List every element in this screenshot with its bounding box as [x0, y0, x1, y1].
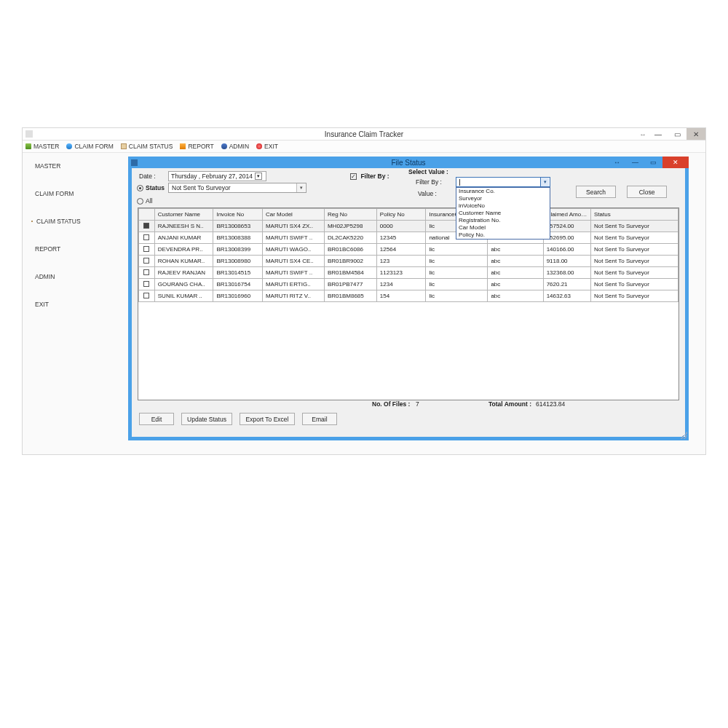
export-excel-button[interactable]: Export To Excel [240, 413, 295, 425]
cell-policy: 12345 [376, 232, 426, 244]
close-button[interactable]: ✕ [687, 128, 705, 140]
cell-status: Not Sent To Surveyor [591, 232, 678, 244]
cell-invoice: BR13016754 [213, 279, 263, 290]
cell-invoice: BR13016960 [213, 290, 263, 302]
cell-policy: 1234 [376, 279, 426, 290]
dropdown-option[interactable]: Registration No. [456, 217, 550, 224]
date-value: Thursday , February 27, 2014 [171, 173, 253, 180]
menu-claim-form[interactable]: CLAIM FORM [66, 143, 113, 150]
table-row[interactable]: RAJEEV RANJANBR13014515MARUTI SWIFT ..BR… [139, 267, 678, 279]
table-row[interactable]: SUNIL KUMAR ..BR13016960MARUTI RITZ V..B… [139, 290, 678, 302]
cell-customer: ROHAN KUMAR.. [154, 256, 213, 267]
dropdown-option[interactable]: Surveyor [456, 195, 550, 202]
cell-status: Not Sent To Surveyor [591, 267, 678, 279]
edit-button[interactable]: Edit [139, 413, 174, 425]
cell-amount: 140166.00 [543, 244, 590, 256]
admin-icon [221, 143, 227, 149]
outer-titlebar: Insurance Claim Tracker ↔ — ▭ ✕ [23, 128, 705, 141]
search-button[interactable]: Search [576, 186, 616, 198]
inner-minimize-button[interactable]: — [626, 157, 644, 168]
col-status[interactable]: Status [591, 209, 678, 221]
table-row[interactable]: DEVENDRA PR..BR13008399MARUTI WAGO..BR01… [139, 244, 678, 256]
menu-exit[interactable]: EXIT [256, 143, 278, 150]
table-row[interactable]: ANJANI KUMARBR13008388MARUTI SWIFT ..DL2… [139, 232, 678, 244]
cell-reg: BR01BR9002 [324, 256, 376, 267]
status-combo[interactable]: Not Sent To Surveyor ▾ [168, 183, 306, 193]
menu-admin[interactable]: ADMIN [221, 143, 249, 150]
outer-window: Insurance Claim Tracker ↔ — ▭ ✕ MASTER C… [22, 127, 706, 455]
row-checkbox[interactable] [143, 269, 149, 275]
sidebar-item-master[interactable]: MASTER [23, 160, 124, 172]
filter-by-checkbox[interactable]: ✓ Filter By : [350, 173, 389, 180]
cube-icon [25, 143, 31, 149]
col-select[interactable] [139, 209, 155, 221]
date-picker[interactable]: Thursday , February 27, 2014 ▾ [168, 171, 266, 181]
table-row[interactable]: GOURANG CHA..BR13016754MARUTI ERTIG..BR0… [139, 279, 678, 290]
dropdown-option[interactable]: Car Model [456, 224, 550, 232]
status-icon [31, 221, 33, 222]
resize-grip-icon[interactable] [680, 432, 687, 439]
cell-status: Not Sent To Surveyor [591, 279, 678, 290]
inner-maximize-button[interactable]: ▭ [644, 157, 662, 168]
cell-surveyor: abc [488, 267, 543, 279]
dropdown-option[interactable]: Insurance Co. [456, 188, 550, 195]
files-value: 7 [416, 400, 419, 408]
col-invoice[interactable]: Invoice No [213, 209, 263, 221]
sidebar-item-admin[interactable]: ADMIN [23, 271, 124, 282]
cell-customer: GOURANG CHA.. [154, 279, 213, 290]
col-reg[interactable]: Reg No [324, 209, 376, 221]
sidebar: MASTER CLAIM FORM CLAIM STATUS REPORT AD… [23, 153, 124, 326]
filter-panel: Date : Thursday , February 27, 2014 ▾ St… [132, 168, 685, 207]
sidebar-item-claim-form[interactable]: CLAIM FORM [23, 188, 124, 199]
table-row[interactable]: RAJNEESH S N..BR13008653MARUTI SX4 ZX..M… [139, 221, 678, 232]
row-checkbox[interactable] [143, 234, 149, 240]
menu-report[interactable]: REPORT [180, 143, 213, 150]
calendar-icon[interactable]: ▾ [255, 173, 262, 180]
row-checkbox[interactable] [143, 223, 149, 229]
exit-icon [256, 143, 262, 149]
dropdown-option[interactable]: inVoiceNo [456, 202, 550, 210]
form-icon [66, 143, 72, 149]
col-policy[interactable]: Policy No [376, 209, 426, 221]
footer-bar: Edit Update Status Export To Excel Email [132, 409, 685, 429]
status-radio[interactable]: Status [137, 184, 165, 191]
menu-master[interactable]: MASTER [25, 143, 59, 150]
all-radio[interactable]: All [137, 197, 152, 205]
outer-title: Insurance Claim Tracker [325, 130, 403, 138]
results-table-frame: Customer Name Invoice No Car Model Reg N… [138, 207, 679, 400]
cell-car: MARUTI RITZ V.. [262, 290, 324, 302]
table-row[interactable]: ROHAN KUMAR..BR13008980MARUTI SX4 CE..BR… [139, 256, 678, 267]
dropdown-option[interactable]: Customer Name [456, 210, 550, 217]
grab-handle-icon[interactable]: ↔ [637, 128, 649, 140]
filter-by-dropdown[interactable]: Insurance Co.SurveyorinVoiceNoCustomer N… [456, 187, 550, 240]
col-car[interactable]: Car Model [262, 209, 324, 221]
inner-close-button[interactable]: ✕ [662, 157, 689, 168]
email-button[interactable]: Email [302, 413, 337, 425]
row-checkbox[interactable] [143, 281, 149, 287]
dropdown-option[interactable]: Policy No. [456, 232, 550, 239]
table-header-row: Customer Name Invoice No Car Model Reg N… [139, 209, 678, 221]
cell-surveyor: abc [488, 290, 543, 302]
col-customer[interactable]: Customer Name [154, 209, 213, 221]
cell-invoice: BR13008653 [213, 221, 263, 232]
select-value-label: Select Value : [408, 168, 448, 175]
cell-customer: SUNIL KUMAR .. [154, 290, 213, 302]
row-checkbox[interactable] [143, 246, 149, 252]
sidebar-item-report[interactable]: REPORT [23, 243, 124, 255]
cell-invoice: BR13008399 [213, 244, 263, 256]
maximize-button[interactable]: ▭ [668, 128, 687, 140]
filter-by-combo[interactable]: ▾ [456, 177, 550, 187]
inner-titlebar: File Status ↔ — ▭ ✕ [128, 157, 689, 168]
close-button[interactable]: Close [627, 186, 667, 198]
minimize-button[interactable]: — [649, 128, 668, 140]
row-checkbox[interactable] [143, 258, 149, 264]
inner-grab-icon[interactable]: ↔ [608, 157, 626, 168]
cell-car: MARUTI SWIFT .. [262, 267, 324, 279]
sidebar-item-exit[interactable]: EXIT [23, 298, 124, 310]
sidebar-item-claim-status[interactable]: CLAIM STATUS [23, 215, 124, 227]
cell-car: MARUTI SWIFT .. [262, 232, 324, 244]
menu-claim-status[interactable]: CLAIM STATUS [121, 143, 173, 150]
cell-car: MARUTI SX4 ZX.. [262, 221, 324, 232]
row-checkbox[interactable] [143, 293, 149, 298]
update-status-button[interactable]: Update Status [181, 413, 232, 425]
